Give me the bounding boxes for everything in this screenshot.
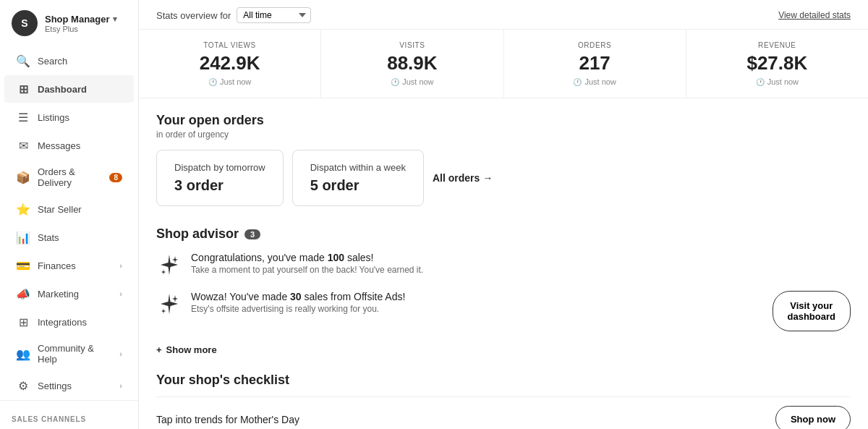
order-card-count: 3 order bbox=[174, 177, 265, 194]
advisor-text-0: Congratulations, you've made 100 sales! … bbox=[191, 252, 423, 275]
chevron-down-icon: ▾ bbox=[113, 14, 117, 24]
open-orders-title: Your open orders bbox=[156, 113, 851, 128]
stats-label: Stats bbox=[38, 232, 59, 243]
order-card-title: Dispatch within a week bbox=[310, 162, 406, 173]
stat-time: 🕐 Just now bbox=[704, 77, 851, 86]
advisor-item-0: Congratulations, you've made 100 sales! … bbox=[156, 252, 851, 278]
sidebar-item-integrations[interactable]: ⊞Integrations bbox=[4, 308, 134, 336]
stats-cards: TOTAL VIEWS 242.9K 🕐 Just now VISITS 88.… bbox=[139, 30, 868, 98]
sales-channel-etsy[interactable] bbox=[0, 426, 138, 429]
messages-label: Messages bbox=[38, 140, 80, 151]
checklist-title: Your shop's checklist bbox=[156, 373, 851, 388]
stat-title: ORDERS bbox=[522, 41, 668, 49]
search-icon: 🔍 bbox=[16, 54, 30, 68]
advisor-item-1: Wowza! You've made 30 sales from Offsite… bbox=[156, 291, 851, 331]
community-chevron-icon: › bbox=[119, 349, 122, 358]
stat-title: REVENUE bbox=[704, 41, 851, 49]
stat-value: 217 bbox=[522, 52, 668, 75]
dashboard-icon: ⊞ bbox=[16, 82, 30, 96]
orders-row: Dispatch by tomorrow 3 order Dispatch wi… bbox=[156, 150, 851, 206]
stats-timeframe-select[interactable]: All timeLast 30 daysLast 7 daysYesterday… bbox=[237, 7, 311, 23]
clock-icon: 🕐 bbox=[756, 78, 765, 86]
shop-logo-icon: S bbox=[12, 10, 38, 36]
finances-label: Finances bbox=[38, 260, 76, 271]
stat-value: 242.9K bbox=[156, 52, 303, 75]
stats-overview-bar: Stats overview for All timeLast 30 daysL… bbox=[139, 0, 868, 30]
visit-dashboard-button[interactable]: Visit yourdashboard bbox=[773, 291, 851, 331]
show-more-button[interactable]: + Show more bbox=[156, 344, 851, 355]
star-seller-icon: ⭐ bbox=[16, 202, 30, 216]
orders-label: Orders & Delivery bbox=[38, 166, 102, 188]
main-content: Stats overview for All timeLast 30 daysL… bbox=[139, 0, 868, 429]
checklist-section: Your shop's checklist Tap into trends fo… bbox=[156, 373, 851, 429]
advisor-header: Shop advisor 3 bbox=[156, 226, 851, 242]
stat-card-visits: VISITS 88.9K 🕐 Just now bbox=[321, 30, 503, 98]
clock-icon: 🕐 bbox=[391, 78, 399, 86]
checklist-item: Tap into trends for Mother's Day Shop no… bbox=[156, 396, 851, 429]
listings-label: Listings bbox=[38, 112, 69, 123]
sidebar-item-listings[interactable]: ☰Listings bbox=[4, 103, 134, 131]
order-card[interactable]: Dispatch within a week 5 order bbox=[292, 150, 424, 206]
sidebar-item-stats[interactable]: 📊Stats bbox=[4, 224, 134, 251]
sidebar-item-messages[interactable]: ✉Messages bbox=[4, 132, 134, 159]
sidebar-item-marketing[interactable]: 📣Marketing› bbox=[4, 280, 134, 307]
order-card[interactable]: Dispatch by tomorrow 3 order bbox=[156, 150, 284, 206]
messages-icon: ✉ bbox=[16, 138, 30, 153]
sidebar-nav: 🔍Search⊞Dashboard☰Listings✉Messages📦Orde… bbox=[0, 46, 138, 400]
order-card-title: Dispatch by tomorrow bbox=[174, 162, 265, 173]
sidebar-item-settings[interactable]: ⚙Settings› bbox=[4, 372, 134, 399]
orders-badge: 8 bbox=[109, 173, 122, 182]
stat-card-revenue: REVENUE $27.8K 🕐 Just now bbox=[686, 30, 868, 98]
sales-channels-label: SALES CHANNELS bbox=[0, 408, 138, 426]
orders-icon: 📦 bbox=[16, 170, 30, 184]
listings-icon: ☰ bbox=[16, 110, 30, 124]
stat-card-orders: ORDERS 217 🕐 Just now bbox=[504, 30, 686, 98]
open-orders-section: Your open orders in order of urgency Dis… bbox=[156, 113, 851, 206]
settings-chevron-icon: › bbox=[119, 381, 122, 390]
advisor-sparkle-icon-1 bbox=[156, 291, 182, 317]
sidebar-item-search[interactable]: 🔍Search bbox=[4, 47, 134, 75]
star-seller-label: Star Seller bbox=[38, 204, 82, 215]
all-orders-link[interactable]: All orders → bbox=[433, 161, 493, 195]
clock-icon: 🕐 bbox=[573, 78, 582, 86]
stat-time: 🕐 Just now bbox=[156, 77, 303, 86]
advisor-title: Shop advisor bbox=[156, 226, 239, 242]
shop-name: Shop Manager ▾ bbox=[45, 14, 127, 25]
settings-label: Settings bbox=[38, 381, 72, 391]
sidebar: S Shop Manager ▾ Etsy Plus 🔍Search⊞Dashb… bbox=[0, 0, 139, 429]
stat-time: 🕐 Just now bbox=[522, 77, 668, 86]
order-card-count: 5 order bbox=[310, 177, 406, 194]
stat-value: 88.9K bbox=[339, 52, 485, 75]
advisor-main-text-0: Congratulations, you've made 100 sales! bbox=[191, 252, 423, 263]
community-icon: 👥 bbox=[16, 347, 30, 361]
stat-card-total-views: TOTAL VIEWS 242.9K 🕐 Just now bbox=[139, 30, 321, 98]
content-area: Your open orders in order of urgency Dis… bbox=[139, 98, 868, 429]
community-label: Community & Help bbox=[38, 343, 112, 365]
advisor-sub-text-1: Etsy's offsite advertising is really wor… bbox=[191, 304, 405, 314]
marketing-label: Marketing bbox=[38, 289, 79, 300]
checklist-item-text: Tap into trends for Mother's Day bbox=[156, 414, 299, 425]
dashboard-label: Dashboard bbox=[38, 84, 87, 95]
sidebar-item-finances[interactable]: 💳Finances› bbox=[4, 252, 134, 279]
stat-title: TOTAL VIEWS bbox=[156, 41, 303, 49]
sidebar-item-community[interactable]: 👥Community & Help› bbox=[4, 336, 134, 371]
shop-info: Shop Manager ▾ Etsy Plus bbox=[45, 14, 127, 33]
sidebar-item-star-seller[interactable]: ⭐Star Seller bbox=[4, 195, 134, 223]
marketing-icon: 📣 bbox=[16, 286, 30, 301]
clock-icon: 🕐 bbox=[208, 78, 217, 86]
shop-manager-header[interactable]: S Shop Manager ▾ Etsy Plus bbox=[0, 0, 138, 46]
settings-icon: ⚙ bbox=[16, 378, 30, 393]
sidebar-item-orders[interactable]: 📦Orders & Delivery8 bbox=[4, 160, 134, 195]
advisor-sparkle-icon-0 bbox=[156, 252, 182, 278]
sidebar-footer: SALES CHANNELS P Want your own website? … bbox=[0, 400, 138, 429]
integrations-label: Integrations bbox=[38, 317, 87, 328]
sidebar-item-dashboard[interactable]: ⊞Dashboard bbox=[4, 75, 134, 103]
shop-now-button[interactable]: Shop now bbox=[775, 406, 851, 429]
search-label: Search bbox=[38, 56, 67, 67]
shop-tier: Etsy Plus bbox=[45, 25, 127, 33]
stat-title: VISITS bbox=[339, 41, 485, 49]
advisor-sub-text-0: Take a moment to pat yourself on the bac… bbox=[191, 265, 423, 275]
plus-icon: + bbox=[156, 344, 162, 355]
stats-overview-label: Stats overview for bbox=[156, 10, 231, 21]
view-detailed-link[interactable]: View detailed stats bbox=[778, 10, 851, 20]
